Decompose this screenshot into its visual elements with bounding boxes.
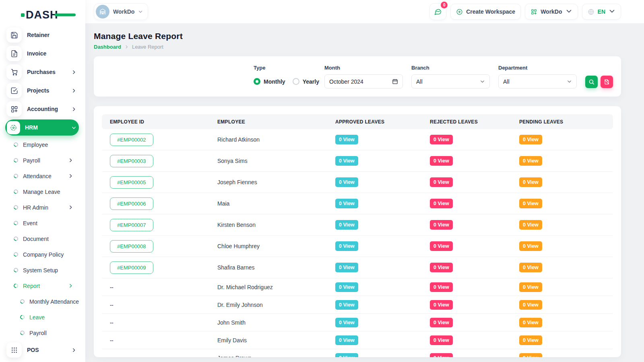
department-select[interactable]: All — [498, 74, 577, 88]
sidebar-item-label: Monthly Attendance — [29, 298, 79, 305]
approved-leaves-view-badge[interactable]: 0 View — [335, 318, 358, 327]
table-row: #EMP00002Richard Atkinson0 View0 View0 V… — [102, 129, 613, 150]
sidebar-item-monthly-attendance[interactable]: Monthly Attendance — [0, 294, 85, 309]
sidebar-item-system-setup[interactable]: System Setup — [0, 262, 85, 278]
sidebar-item-leave[interactable]: Leave — [0, 309, 85, 325]
cart-icon — [6, 64, 22, 80]
app-logo[interactable]: DASH — [21, 6, 69, 24]
sidebar-item-hrm[interactable]: HRM — [5, 119, 79, 136]
approved-leaves-view-badge[interactable]: 0 View — [335, 241, 358, 251]
pending-leaves-view-badge[interactable]: 0 View — [519, 241, 542, 251]
sidebar-item-company-policy[interactable]: Company Policy — [0, 247, 85, 262]
employee-id-button[interactable]: #EMP00008 — [110, 240, 153, 253]
messages-button[interactable]: 0 — [429, 3, 446, 20]
rejected-leaves-view-badge[interactable]: 0 View — [430, 156, 453, 166]
sidebar-item-label: Payroll — [29, 330, 47, 336]
chevron-right-icon — [71, 70, 76, 75]
approved-leaves-view-badge[interactable]: 0 View — [335, 220, 358, 230]
sidebar-item-pos[interactable]: POS — [0, 341, 85, 359]
bullet-icon — [13, 142, 19, 148]
pending-leaves-view-badge[interactable]: 0 View — [519, 335, 542, 345]
bullet-icon — [13, 173, 19, 179]
breadcrumb-dashboard-link[interactable]: Dashboard — [94, 44, 121, 50]
approved-leaves-view-badge[interactable]: 0 View — [335, 199, 358, 208]
bullet-icon — [13, 236, 19, 242]
rejected-leaves-view-badge[interactable]: 0 View — [430, 282, 453, 292]
clear-filter-button[interactable] — [601, 76, 613, 88]
sidebar-item-payroll[interactable]: Payroll — [0, 325, 85, 341]
employee-id-button[interactable]: #EMP00005 — [110, 176, 153, 189]
rejected-leaves-view-badge[interactable]: 0 View — [430, 263, 453, 272]
pending-leaves-view-badge[interactable]: 0 View — [519, 300, 542, 310]
chevron-down-icon — [567, 79, 572, 84]
language-button[interactable]: EN — [582, 4, 621, 20]
sidebar-item-employee[interactable]: Employee — [0, 137, 85, 152]
rejected-leaves-view-badge[interactable]: 0 View — [430, 199, 453, 208]
employee-id-button[interactable]: #EMP00002 — [110, 134, 153, 146]
pending-leaves-view-badge[interactable]: 0 View — [519, 220, 542, 230]
sidebar-item-payroll[interactable]: Payroll — [0, 152, 85, 168]
rejected-leaves-view-badge[interactable]: 0 View — [430, 335, 453, 345]
sidebar-item-purchases[interactable]: Purchases — [0, 63, 85, 81]
month-input[interactable]: October 2024 — [324, 74, 403, 88]
sidebar-item-report[interactable]: Report — [0, 278, 85, 294]
search-button[interactable] — [585, 76, 598, 88]
rejected-leaves-view-badge[interactable]: 0 View — [430, 300, 453, 310]
sidebar-item-label: Report — [23, 283, 40, 289]
rejected-leaves-view-badge[interactable]: 0 View — [430, 177, 453, 187]
sidebar-item-label: Company Policy — [23, 251, 64, 258]
approved-leaves-view-badge[interactable]: 0 View — [335, 135, 358, 144]
rejected-leaves-view-badge[interactable]: 0 View — [430, 318, 453, 327]
pending-leaves-view-badge[interactable]: 0 View — [519, 177, 542, 187]
sidebar-item-attendance[interactable]: Attendance — [0, 168, 85, 184]
save-icon — [6, 27, 22, 43]
radio-monthly[interactable]: Monthly — [254, 78, 285, 85]
rejected-leaves-view-badge[interactable]: 0 View — [430, 241, 453, 251]
sidebar-item-manage-leave[interactable]: Manage Leave — [0, 184, 85, 200]
employee-id-button[interactable]: #EMP00009 — [110, 261, 153, 274]
sidebar-item-label: Accounting — [27, 106, 58, 112]
bullet-icon — [13, 204, 19, 210]
sidebar-item-document[interactable]: Document — [0, 231, 85, 247]
approved-leaves-view-badge[interactable]: 0 View — [335, 353, 358, 358]
sidebar-item-hr-admin[interactable]: HR Admin — [0, 200, 85, 215]
approved-leaves-view-badge[interactable]: 0 View — [335, 335, 358, 345]
pos-icon — [6, 342, 22, 358]
table-row: --Dr. Michael Rodriguez0 View0 View0 Vie… — [102, 278, 613, 296]
pending-leaves-view-badge[interactable]: 0 View — [519, 353, 542, 358]
create-workspace-button[interactable]: Create Workspace — [450, 4, 521, 20]
approved-leaves-view-badge[interactable]: 0 View — [335, 282, 358, 292]
pending-leaves-view-badge[interactable]: 0 View — [519, 318, 542, 327]
sidebar-item-retainer[interactable]: Retainer — [0, 26, 85, 44]
rejected-leaves-view-badge[interactable]: 0 View — [430, 135, 453, 144]
approved-leaves-view-badge[interactable]: 0 View — [335, 156, 358, 166]
employee-id-button[interactable]: #EMP00007 — [110, 219, 153, 231]
employee-id-button[interactable]: #EMP00003 — [110, 155, 153, 167]
table-body: #EMP00002Richard Atkinson0 View0 View0 V… — [102, 129, 613, 357]
rejected-leaves-view-badge[interactable]: 0 View — [430, 353, 453, 358]
approved-leaves-view-badge[interactable]: 0 View — [335, 177, 358, 187]
pending-leaves-view-badge[interactable]: 0 View — [519, 263, 542, 272]
branch-select[interactable]: All — [411, 74, 490, 88]
radio-yearly[interactable]: Yearly — [293, 78, 319, 85]
app-switcher-button[interactable]: WorkDo — [525, 4, 578, 20]
pending-leaves-view-badge[interactable]: 0 View — [519, 135, 542, 144]
filter-buttons — [585, 76, 613, 88]
sidebar-item-invoice[interactable]: Invoice — [0, 44, 85, 63]
employee-id-button[interactable]: #EMP00006 — [110, 197, 153, 210]
pending-leaves-view-badge[interactable]: 0 View — [519, 199, 542, 208]
sidebar-item-accounting[interactable]: Accounting — [0, 100, 85, 118]
approved-leaves-view-badge[interactable]: 0 View — [335, 300, 358, 310]
pending-leaves-view-badge[interactable]: 0 View — [519, 282, 542, 292]
branch-label: Branch — [411, 65, 490, 71]
plus-circle-icon — [456, 8, 463, 15]
chevron-right-icon — [68, 158, 73, 163]
approved-leaves-view-badge[interactable]: 0 View — [335, 263, 358, 272]
sidebar-item-projects[interactable]: Projects — [0, 81, 85, 100]
pending-leaves-view-badge[interactable]: 0 View — [519, 156, 542, 166]
sidebar-item-event[interactable]: Event — [0, 215, 85, 231]
type-radio-group: Monthly Yearly — [254, 74, 316, 88]
workspace-selector[interactable]: WorkDo — [94, 3, 148, 20]
rejected-leaves-view-badge[interactable]: 0 View — [430, 220, 453, 230]
globe-icon — [588, 8, 594, 15]
